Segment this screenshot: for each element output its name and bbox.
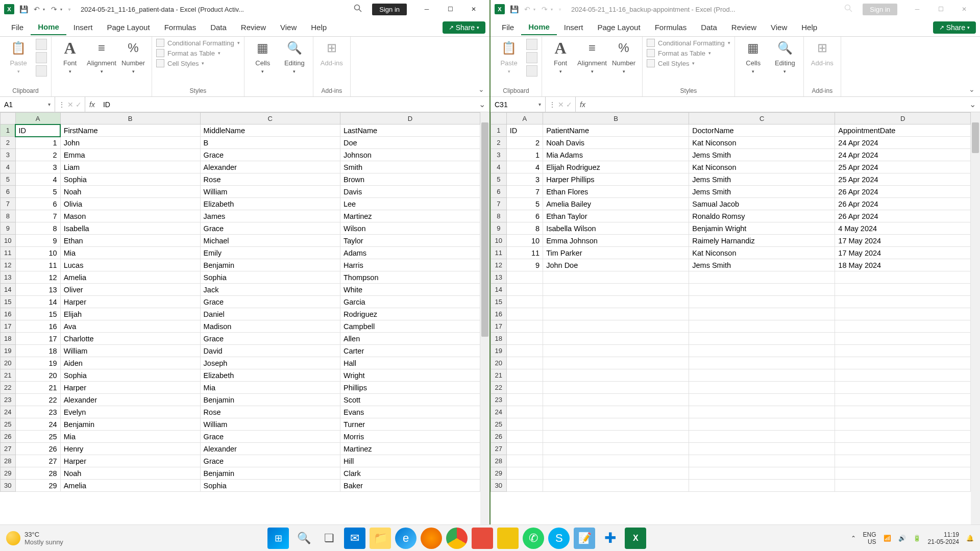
notepad-icon[interactable]: 📝 (574, 528, 595, 549)
redo-icon[interactable]: ↷ (49, 4, 59, 14)
row-header-26[interactable]: 26 (491, 431, 507, 443)
cell[interactable] (689, 296, 835, 308)
cell[interactable] (506, 308, 543, 320)
row-header-13[interactable]: 13 (1, 271, 16, 284)
cell[interactable]: Ethan (60, 235, 200, 247)
cell[interactable] (543, 308, 689, 320)
cell[interactable]: Elijah (60, 308, 200, 320)
row-header-15[interactable]: 15 (1, 296, 16, 308)
cell[interactable] (543, 406, 689, 418)
row-header-20[interactable]: 20 (1, 357, 16, 369)
cell[interactable]: Campbell (340, 320, 480, 333)
row-header-5[interactable]: 5 (1, 173, 16, 186)
cell[interactable] (689, 467, 835, 480)
cell[interactable]: 22 (15, 394, 60, 406)
cell[interactable]: Isabella Wilson (543, 222, 689, 235)
tab-home[interactable]: Home (521, 19, 557, 35)
cell[interactable]: Emily (200, 247, 340, 259)
row-header-3[interactable]: 3 (1, 149, 16, 161)
cell[interactable]: Adams (340, 247, 480, 259)
cell[interactable]: Joseph (200, 357, 340, 369)
cell[interactable] (689, 357, 835, 369)
cell[interactable]: 2 (15, 149, 60, 161)
row-header-20[interactable]: 20 (491, 357, 507, 369)
start-button[interactable]: ⊞ (267, 528, 289, 549)
row-header-18[interactable]: 18 (491, 333, 507, 345)
cell[interactable]: Benjamin (60, 418, 200, 431)
row-header-2[interactable]: 2 (491, 137, 507, 149)
redo-icon[interactable]: ↷ (540, 4, 550, 14)
select-all-cell[interactable] (491, 113, 507, 124)
cell[interactable] (835, 455, 971, 467)
cell[interactable]: 7 (15, 210, 60, 222)
cell[interactable]: Lee (340, 198, 480, 210)
skype-icon[interactable]: S (548, 528, 570, 549)
cell[interactable]: 10 (506, 235, 543, 247)
cell[interactable] (506, 296, 543, 308)
cell[interactable]: Rodriguez (340, 308, 480, 320)
row-header-10[interactable]: 10 (1, 235, 16, 247)
paste-button[interactable]: 📋 Paste ▾ (495, 39, 523, 74)
undo-dropdown-icon[interactable]: ▾ (43, 7, 45, 12)
cell[interactable] (543, 345, 689, 357)
cell[interactable] (835, 296, 971, 308)
cell[interactable]: Grace (200, 296, 340, 308)
cell[interactable]: Elijah Rodriguez (543, 161, 689, 173)
cell[interactable] (543, 467, 689, 480)
share-button[interactable]: ↗Share▾ (443, 21, 485, 34)
cell[interactable]: Noah (60, 467, 200, 480)
cell[interactable] (835, 345, 971, 357)
column-header-D[interactable]: D (835, 113, 971, 124)
cell[interactable]: LastName (340, 124, 480, 137)
cell[interactable]: Jack (200, 284, 340, 296)
cell[interactable] (543, 431, 689, 443)
row-header-6[interactable]: 6 (1, 186, 16, 198)
cell[interactable] (543, 296, 689, 308)
column-header-A[interactable]: A (506, 113, 543, 124)
cell[interactable]: Mia (200, 382, 340, 394)
cell[interactable]: Alexander (200, 161, 340, 173)
cell[interactable] (835, 369, 971, 382)
cell[interactable]: Noah Davis (543, 137, 689, 149)
cell[interactable]: 27 (15, 455, 60, 467)
row-header-7[interactable]: 7 (491, 198, 507, 210)
cell[interactable]: 8 (15, 222, 60, 235)
cell[interactable]: Jems Smith (689, 149, 835, 161)
excel-taskbar-icon[interactable]: X (625, 528, 646, 549)
alignment-button[interactable]: ≡Alignment▾ (578, 39, 606, 74)
cell[interactable]: Evelyn (60, 406, 200, 418)
cell[interactable]: Alexander (200, 443, 340, 455)
cell[interactable]: James (200, 210, 340, 222)
cell[interactable]: Sophia (60, 369, 200, 382)
chrome-icon[interactable] (446, 528, 468, 549)
row-header-2[interactable]: 2 (1, 137, 16, 149)
row-header-22[interactable]: 22 (1, 382, 16, 394)
cell[interactable]: 20 (15, 369, 60, 382)
cell[interactable]: Carter (340, 345, 480, 357)
cell[interactable]: Ava (60, 320, 200, 333)
row-header-23[interactable]: 23 (1, 394, 16, 406)
cell[interactable]: Grace (200, 333, 340, 345)
expand-formula-bar-icon[interactable]: ⌄ (475, 99, 489, 109)
tab-insert[interactable]: Insert (66, 20, 100, 35)
cell[interactable]: Turner (340, 418, 480, 431)
dropdown-icon[interactable]: ⋮ (549, 101, 556, 109)
cell[interactable] (689, 418, 835, 431)
cell[interactable] (543, 369, 689, 382)
cell[interactable]: Kat Niconson (689, 137, 835, 149)
cell[interactable] (506, 271, 543, 284)
cell[interactable]: Lucas (60, 259, 200, 271)
cell[interactable]: 7 (506, 186, 543, 198)
cell[interactable]: 14 (15, 296, 60, 308)
row-header-29[interactable]: 29 (1, 467, 16, 480)
cell[interactable]: 25 Apr 2024 (835, 161, 971, 173)
tab-help[interactable]: Help (794, 20, 824, 35)
row-header-27[interactable]: 27 (491, 443, 507, 455)
cell[interactable]: 25 Apr 2024 (835, 173, 971, 186)
tab-insert[interactable]: Insert (557, 20, 591, 35)
cell[interactable]: 1 (15, 137, 60, 149)
volume-icon[interactable]: 🔊 (898, 535, 906, 542)
cell[interactable] (506, 357, 543, 369)
row-header-24[interactable]: 24 (1, 406, 16, 418)
cell[interactable] (689, 345, 835, 357)
